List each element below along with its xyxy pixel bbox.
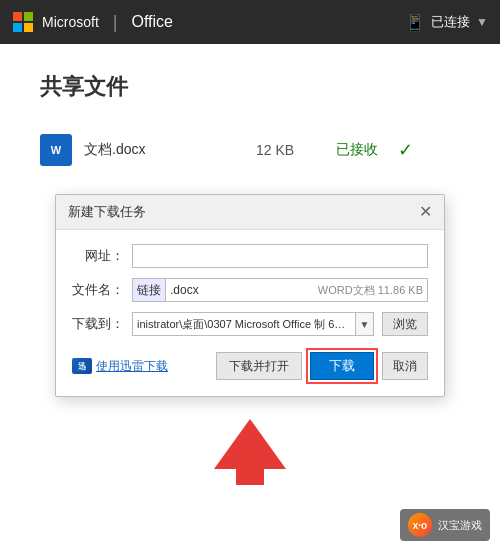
- filename-ext: .docx: [166, 283, 203, 297]
- topbar-divider: |: [113, 12, 118, 33]
- file-name: 文档.docx: [84, 141, 204, 159]
- microsoft-logo-icon: [12, 11, 34, 33]
- arrow-container: [40, 401, 460, 481]
- filename-label: 文件名：: [72, 281, 124, 299]
- cancel-button[interactable]: 取消: [382, 352, 428, 380]
- topbar-brand: Microsoft: [42, 14, 99, 30]
- dialog-title-bar: 新建下载任务 ✕: [56, 195, 444, 230]
- topbar-right: 📱 已连接 ▼: [405, 13, 488, 32]
- browse-button[interactable]: 浏览: [382, 312, 428, 336]
- file-check-icon: ✓: [398, 139, 413, 161]
- saveto-path-input[interactable]: [133, 318, 355, 330]
- arrow-stem: [236, 453, 264, 485]
- download-button[interactable]: 下载: [310, 352, 374, 380]
- svg-rect-3: [24, 23, 33, 32]
- page-title: 共享文件: [40, 72, 460, 102]
- idm-icon: 迅: [72, 358, 92, 374]
- idm-link[interactable]: 迅 使用迅雷下载: [72, 358, 168, 375]
- dialog-body: 网址： 文件名： 链接 .docx WORD文档 11.86 KB 下载到： ▼: [56, 230, 444, 396]
- main-content: 共享文件 W 文档.docx 12 KB 已接收 ✓ 新建下载任务 ✕ 网址： …: [0, 44, 500, 551]
- filename-meta: WORD文档 11.86 KB: [318, 283, 427, 298]
- connection-status: 已连接: [431, 13, 470, 31]
- watermark: x·o 汉宝游戏: [400, 509, 490, 541]
- svg-rect-2: [13, 23, 22, 32]
- url-label: 网址：: [72, 247, 124, 265]
- download-dialog: 新建下载任务 ✕ 网址： 文件名： 链接 .docx WORD文档 11.86 …: [55, 194, 445, 397]
- saveto-row: 下载到： ▼ 浏览: [72, 312, 428, 336]
- topbar-left: Microsoft | Office: [12, 11, 173, 33]
- url-row: 网址：: [72, 244, 428, 268]
- open-download-button[interactable]: 下载并打开: [216, 352, 302, 380]
- file-row: W 文档.docx 12 KB 已接收 ✓: [40, 126, 460, 174]
- saveto-dropdown-icon[interactable]: ▼: [355, 313, 373, 335]
- filename-prefix: 链接: [133, 279, 166, 301]
- watermark-text: 汉宝游戏: [438, 518, 482, 533]
- connection-icon: 📱: [405, 13, 425, 32]
- svg-rect-1: [24, 12, 33, 21]
- topbar-office-label: Office: [131, 13, 173, 31]
- saveto-input-wrap: ▼: [132, 312, 374, 336]
- dialog-actions: 迅 使用迅雷下载 下载并打开 下载 取消: [72, 352, 428, 380]
- svg-rect-0: [13, 12, 22, 21]
- file-type-icon: W: [40, 134, 72, 166]
- filename-input-wrap: 链接 .docx WORD文档 11.86 KB: [132, 278, 428, 302]
- dialog-title: 新建下载任务: [68, 203, 146, 221]
- watermark-logo: x·o: [408, 513, 432, 537]
- filename-row: 文件名： 链接 .docx WORD文档 11.86 KB: [72, 278, 428, 302]
- url-input[interactable]: [132, 244, 428, 268]
- dropdown-icon[interactable]: ▼: [476, 15, 488, 29]
- dialog-close-button[interactable]: ✕: [419, 204, 432, 220]
- topbar: Microsoft | Office 📱 已连接 ▼: [0, 0, 500, 44]
- idm-link-text: 使用迅雷下载: [96, 358, 168, 375]
- file-size: 12 KB: [256, 142, 294, 158]
- file-status: 已接收: [336, 141, 378, 159]
- saveto-label: 下载到：: [72, 315, 124, 333]
